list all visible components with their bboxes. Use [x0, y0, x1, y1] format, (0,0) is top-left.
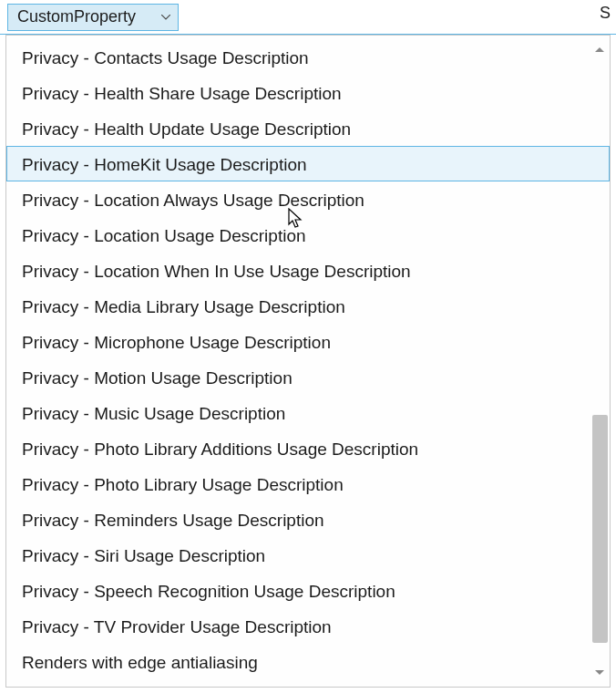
- list-item[interactable]: Privacy - Location Usage Description: [6, 217, 610, 253]
- list-item[interactable]: Privacy - Speech Recognition Usage Descr…: [6, 573, 610, 608]
- list-item[interactable]: Privacy - Photo Library Usage Descriptio…: [6, 466, 610, 502]
- list-item[interactable]: Privacy - Media Library Usage Descriptio…: [6, 288, 610, 324]
- list-item[interactable]: Privacy - Health Update Usage Descriptio…: [6, 110, 610, 146]
- scroll-up-icon[interactable]: [591, 41, 608, 57]
- topbar: CustomProperty S: [0, 0, 616, 35]
- dropdown-options: Privacy - Contacts Usage Description Pri…: [6, 36, 610, 683]
- list-item[interactable]: Privacy - TV Provider Usage Description: [6, 608, 610, 644]
- list-item[interactable]: Privacy - Reminders Usage Description: [6, 502, 610, 537]
- chevron-down-icon: [161, 15, 170, 20]
- list-item[interactable]: Privacy - Contacts Usage Description: [6, 39, 610, 75]
- list-item[interactable]: Privacy - Microphone Usage Description: [6, 324, 610, 359]
- list-item[interactable]: Privacy - Motion Usage Description: [6, 359, 610, 395]
- list-item[interactable]: Privacy - Location When In Use Usage Des…: [6, 253, 610, 288]
- right-clipped-char: S: [600, 4, 611, 23]
- list-item[interactable]: Privacy - Health Share Usage Description: [6, 75, 610, 110]
- list-item[interactable]: Privacy - Siri Usage Description: [6, 537, 610, 573]
- property-combo-label: CustomProperty: [17, 7, 136, 26]
- list-item[interactable]: Privacy - Location Always Usage Descript…: [6, 181, 610, 217]
- list-item[interactable]: Renders with edge antialiasing: [6, 644, 610, 679]
- scrollbar-thumb[interactable]: [592, 415, 608, 643]
- list-item[interactable]: Privacy - HomeKit Usage Description: [6, 146, 610, 181]
- dropdown-list[interactable]: Privacy - Contacts Usage Description Pri…: [5, 35, 611, 688]
- property-combo[interactable]: CustomProperty: [7, 4, 179, 31]
- list-item[interactable]: Privacy - Photo Library Additions Usage …: [6, 430, 610, 466]
- list-item[interactable]: Privacy - Music Usage Description: [6, 395, 610, 430]
- scroll-down-icon[interactable]: [591, 665, 608, 681]
